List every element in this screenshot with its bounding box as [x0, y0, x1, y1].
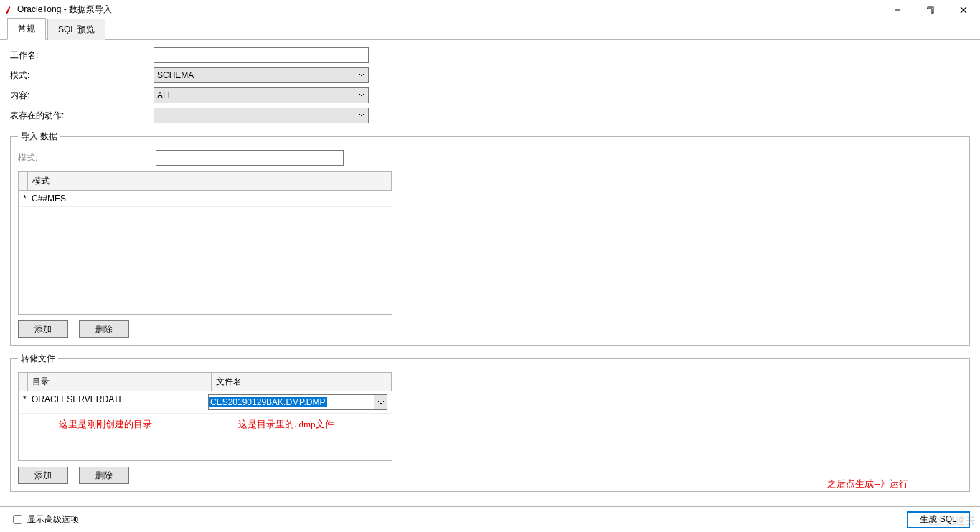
chevron-down-icon	[358, 110, 365, 120]
content-label: 内容:	[10, 90, 154, 102]
dump-grid-marker-col	[19, 373, 28, 391]
chevron-down-icon	[374, 395, 387, 409]
dump-files-legend: 转储文件	[18, 353, 58, 365]
titlebar: OracleTong - 数据泵导入	[0, 0, 980, 20]
footer-bar: 显示高级选项 生成 SQL	[0, 506, 980, 532]
app-window: OracleTong - 数据泵导入 常规 SQL 预览 工作名: 模式: SC…	[0, 0, 980, 532]
dump-grid: 目录 文件名 * ORACLESERVERDATE CES20190129BAK…	[18, 372, 392, 461]
jobname-input[interactable]	[154, 47, 369, 63]
tableaction-label: 表存在的动作:	[10, 110, 154, 122]
import-data-legend: 导入 数据	[18, 130, 60, 143]
annotation-footer: 之后点生成--》运行	[827, 478, 908, 490]
schema-grid-cell[interactable]: C##MES	[27, 191, 392, 206]
minimize-button[interactable]	[881, 0, 914, 20]
content-select-value: ALL	[157, 90, 172, 100]
dump-grid-header-file[interactable]: 文件名	[212, 373, 392, 391]
close-button[interactable]	[947, 0, 980, 20]
tableaction-select[interactable]	[154, 108, 369, 123]
watermark: 亿速云	[927, 515, 976, 528]
row-marker: *	[19, 391, 27, 413]
maximize-button[interactable]	[914, 0, 947, 20]
window-controls	[881, 0, 980, 20]
jobname-label: 工作名:	[10, 49, 154, 62]
schema-grid-header-mode[interactable]: 模式	[28, 172, 392, 190]
tab-sql-preview[interactable]: SQL 预览	[47, 19, 105, 40]
dump-files-group: 转储文件 目录 文件名 * ORACLESERVERDATE CES201901…	[10, 353, 970, 492]
window-title: OracleTong - 数据泵导入	[17, 4, 112, 16]
schema-add-button[interactable]: 添加	[18, 320, 68, 338]
schema-grid-marker-col	[19, 172, 28, 190]
import-data-group: 导入 数据 模式: 模式 * C##MES 添加 删除	[10, 130, 970, 346]
content-select[interactable]: ALL	[154, 87, 369, 103]
schema-delete-button[interactable]: 删除	[79, 320, 129, 338]
content-pane: 工作名: 模式: SCHEMA 内容: ALL 表存在的动作:	[0, 40, 980, 506]
dump-dir-cell[interactable]: ORACLESERVERDATE	[27, 391, 204, 413]
app-icon	[4, 5, 14, 15]
dump-file-cell-wrap: CES20190129BAK.DMP.DMP	[204, 391, 392, 413]
dump-delete-button[interactable]: 删除	[79, 467, 129, 484]
dump-grid-header-dir[interactable]: 目录	[28, 373, 212, 391]
schema-grid-row[interactable]: * C##MES	[19, 191, 392, 207]
annotation-dir: 这里是刚刚创建的目录	[59, 418, 152, 431]
annotation-file: 这是目录里的. dmp文件	[238, 418, 334, 431]
dump-grid-row[interactable]: * ORACLESERVERDATE CES20190129BAK.DMP.DM…	[19, 391, 392, 414]
tab-bar: 常规 SQL 预览	[0, 20, 980, 40]
chevron-down-icon	[358, 90, 365, 100]
chevron-down-icon	[358, 70, 365, 80]
cloud-icon	[927, 516, 943, 526]
row-marker: *	[19, 191, 27, 206]
schema-grid: 模式 * C##MES	[18, 171, 392, 315]
show-advanced-label: 显示高级选项	[27, 513, 79, 526]
dump-file-value: CES20190129BAK.DMP.DMP	[209, 397, 327, 407]
tab-general[interactable]: 常规	[7, 18, 46, 40]
mode-select[interactable]: SCHEMA	[154, 67, 369, 83]
mode-label: 模式:	[10, 70, 154, 82]
svg-rect-2	[927, 9, 932, 14]
show-advanced-input[interactable]	[13, 515, 22, 524]
dump-file-select[interactable]: CES20190129BAK.DMP.DMP	[208, 394, 387, 410]
dump-add-button[interactable]: 添加	[18, 467, 68, 484]
import-mode-label: 模式:	[18, 152, 156, 164]
show-advanced-checkbox[interactable]: 显示高级选项	[10, 513, 79, 526]
mode-select-value: SCHEMA	[157, 70, 194, 80]
import-mode-input[interactable]	[156, 150, 344, 166]
